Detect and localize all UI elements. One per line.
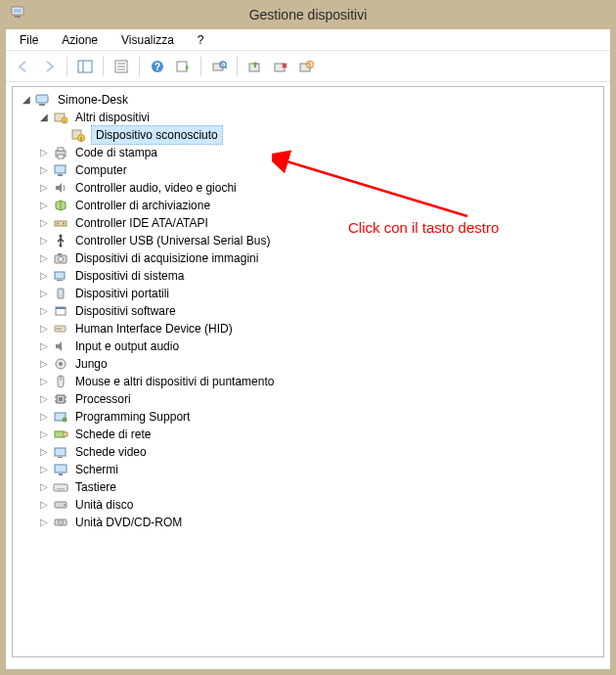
disk-icon [52,497,69,513]
camera-icon [52,250,69,266]
svg-rect-1 [14,9,22,13]
tree-category-label: Unità DVD/CD-ROM [73,514,184,531]
svg-rect-42 [57,280,63,281]
svg-point-34 [57,223,59,225]
expander-icon[interactable] [38,461,50,478]
expander-icon[interactable] [38,320,50,338]
expander-icon[interactable] [38,232,50,249]
tree-category-computer[interactable]: Computer [19,161,603,179]
menu-azione[interactable]: Azione [56,31,104,49]
svg-rect-67 [59,473,63,475]
tree-category-dispositivi-software[interactable]: Dispositivi software [19,302,603,320]
menu-visualizza[interactable]: Visualizza [115,31,180,49]
svg-point-39 [59,257,64,262]
tree-category-dispositivi-portatili[interactable]: Dispositivi portatili [19,285,603,302]
tree-category-tastiere[interactable]: Tastiere [19,478,603,496]
jungo-icon [52,356,69,372]
svg-rect-65 [58,457,63,458]
expander-icon[interactable] [38,214,50,232]
show-hide-tree-button[interactable] [73,55,97,78]
unknown-device-icon: ! [69,127,87,143]
tree-category-label: Controller di archiviazione [73,197,212,214]
expander-icon[interactable] [38,267,50,285]
svg-rect-68 [54,484,67,491]
tree-root-computer[interactable]: Simone-Desk [19,91,603,109]
action-button[interactable] [171,55,195,78]
tree-panel[interactable]: Simone-Desk ! Altri dispositivi ! Dispos… [12,86,604,657]
svg-rect-31 [58,174,63,176]
tree-category-audio-io[interactable]: Input e output audio [19,338,603,355]
svg-rect-20 [39,104,45,106]
expander-icon[interactable] [38,338,50,355]
tree-category-schede-video[interactable]: Schede video [19,443,603,461]
expander-icon[interactable] [38,514,50,531]
expander-icon[interactable] [38,109,50,126]
toolbar-separator [237,57,238,76]
tree-category-unita-dvd[interactable]: Unità DVD/CD-ROM [19,514,603,531]
svg-rect-2 [15,16,21,18]
expander-icon[interactable] [38,496,50,514]
uninstall-button[interactable] [269,55,292,78]
expander-icon[interactable] [38,390,50,408]
tree-category-controller-usb[interactable]: Controller USB (Universal Serial Bus) [19,232,603,249]
menu-help[interactable]: ? [192,31,210,49]
ide-icon [52,215,69,231]
svg-point-72 [64,504,66,506]
tree-category-label: Jungo [73,355,110,373]
other-devices-icon: ! [52,110,69,125]
expander-icon[interactable] [38,443,50,461]
tree-category-dispositivi-sistema[interactable]: Dispositivi di sistema [19,267,603,285]
update-driver-button[interactable] [243,55,267,78]
expander-icon[interactable] [38,144,50,161]
disable-button[interactable] [294,55,318,78]
expander-icon[interactable] [38,249,50,267]
tree-category-controller-audio[interactable]: Controller audio, video e giochi [19,179,603,197]
expander-icon[interactable] [38,373,50,390]
portable-icon [52,286,69,301]
help-button[interactable]: ? [146,55,169,78]
forward-button[interactable] [37,55,61,78]
expander-icon[interactable] [38,478,50,496]
tree-category-schede-rete[interactable]: Schede di rete [19,426,603,443]
properties-button[interactable] [110,55,133,78]
tree-category-label: Controller USB (Universal Serial Bus) [73,232,272,249]
scan-hardware-button[interactable] [207,55,231,78]
toolbar-separator [139,57,140,76]
hid-icon [52,321,69,337]
expander-icon[interactable] [38,197,50,214]
tree-category-code-di-stampa[interactable]: Code di stampa [19,144,603,161]
expander-icon[interactable] [38,161,50,179]
expander-icon[interactable] [38,355,50,373]
tree-category-acquisizione-immagini[interactable]: Dispositivi di acquisizione immagini [19,249,603,267]
svg-rect-29 [58,155,64,158]
expander-icon[interactable] [38,179,50,197]
svg-point-52 [59,362,63,366]
tree-category-jungo[interactable]: Jungo [19,355,603,373]
expander-icon[interactable] [38,408,50,426]
tree-category-mouse[interactable]: Mouse e altri dispositivi di puntamento [19,373,603,390]
monitor-icon [52,462,69,477]
tree-category-altri-dispositivi[interactable]: ! Altri dispositivi [19,109,603,126]
toolbar-separator [103,57,104,76]
tree-category-controller-ide[interactable]: Controller IDE ATA/ATAPI [19,214,603,232]
computer-icon [52,162,69,178]
tree-category-label: Dispositivi di sistema [73,267,186,285]
software-icon [52,303,69,319]
menu-file[interactable]: File [14,31,44,49]
expander-icon[interactable] [38,302,50,320]
back-button[interactable] [12,55,35,78]
tree-category-hid[interactable]: Human Interface Device (HID) [19,320,603,338]
expander-icon[interactable] [38,285,50,302]
tree-category-programming[interactable]: Programming Support [19,408,603,426]
programming-icon [52,409,69,425]
svg-text:!: ! [64,118,65,124]
tree-category-label: Schede video [73,443,149,461]
tree-item-dispositivo-sconosciuto[interactable]: ! Dispositivo sconosciuto [19,126,603,144]
tree-category-controller-archiviazione[interactable]: Controller di archiviazione [19,197,603,214]
tree-category-schermi[interactable]: Schermi [19,461,603,478]
expander-icon[interactable] [38,426,50,443]
expander-icon[interactable] [21,91,32,109]
tree-category-unita-disco[interactable]: Unità disco [19,496,603,514]
svg-rect-28 [58,148,64,151]
tree-category-processori[interactable]: Processori [19,390,603,408]
